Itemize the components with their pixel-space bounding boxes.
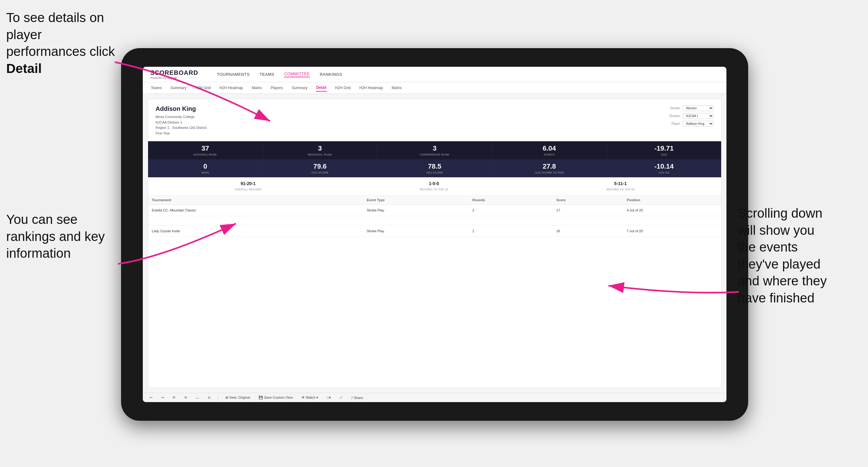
player-header: Addison King Mesa Community College NJCA… xyxy=(148,99,721,141)
stat-avg-score-par-value: 27.8 xyxy=(495,162,604,170)
cell-event-type-2: Stroke Play xyxy=(363,225,469,237)
stat-wins: 0 Wins xyxy=(148,159,262,177)
toolbar-save-custom[interactable]: 💾 Save Custom View xyxy=(257,395,294,400)
stat-wins-value: 0 xyxy=(151,162,260,170)
stat-points-label: Points xyxy=(495,153,604,156)
toolbar-share[interactable]: ⤴ Share xyxy=(349,395,365,400)
record-top50-label: Record vs top 50 xyxy=(606,188,634,191)
player-info-left: Addison King Mesa Community College NJCA… xyxy=(156,105,207,136)
record-top50-value: 5-11-1 xyxy=(606,181,634,186)
record-top50: 5-11-1 Record vs top 50 xyxy=(606,181,634,192)
annotation-detail-bold: Detail xyxy=(6,61,41,76)
cell-score-2: 16 xyxy=(553,225,623,237)
stat-conference-rank-value: 3 xyxy=(380,145,489,152)
cell-position-1: 4 out of 20 xyxy=(623,205,721,216)
table-header-row: Tournament Event Type Rounds Score Posit… xyxy=(148,196,721,205)
tab-detail[interactable]: Detail xyxy=(316,84,327,92)
toolbar-circle[interactable]: ⊙ xyxy=(206,395,212,400)
stat-regional-rank: 3 Regional Rank xyxy=(262,141,377,159)
player-year: First Year xyxy=(156,131,207,136)
tablet-screen: SCOREBOARD Powered by clippd TOURNAMENTS… xyxy=(143,67,726,402)
toolbar-view-original[interactable]: ⊞ View: Original xyxy=(223,395,252,400)
stat-sos: -19.71 SoS xyxy=(607,141,721,159)
table-row[interactable]: Lady Coyote Invite Stroke Play 2 16 7 ou… xyxy=(148,225,721,237)
stat-national-rank-value: 37 xyxy=(151,145,260,152)
cell-rounds-1: 2 xyxy=(469,205,553,216)
tournament-table: Tournament Event Type Rounds Score Posit… xyxy=(148,196,721,237)
toolbar-undo[interactable]: ↩ xyxy=(148,395,154,400)
stat-avg-sg-value: -10.14 xyxy=(610,162,719,170)
stat-adj-score-value: 78.5 xyxy=(380,162,489,170)
tab-summary[interactable]: Summary xyxy=(170,85,187,91)
stat-avg-score-label: Avg Score xyxy=(265,171,374,174)
top-nav: SCOREBOARD Powered by clippd TOURNAMENTS… xyxy=(143,67,726,82)
tab-matrix[interactable]: Matrix xyxy=(251,85,262,91)
stat-avg-score: 79.6 Avg Score xyxy=(262,159,377,177)
stat-avg-score-par: 27.8 Avg Score to Par xyxy=(492,159,607,177)
col-tournament: Tournament xyxy=(148,196,363,205)
nav-tournaments[interactable]: TOURNAMENTS xyxy=(217,72,250,77)
player-select-row: Player Addison King xyxy=(672,121,714,127)
record-top25-value: 1-5-0 xyxy=(420,181,448,186)
nav-rankings[interactable]: RANKINGS xyxy=(320,72,342,77)
tab-h2h-grid2[interactable]: H2H Grid xyxy=(334,85,351,91)
stat-sos-label: SoS xyxy=(610,153,719,156)
empty-row xyxy=(148,216,721,225)
stat-points: 6.04 Points xyxy=(492,141,607,159)
col-position: Position xyxy=(623,196,721,205)
gender-label: Gender xyxy=(670,106,680,110)
stats-row1: 37 National Rank 3 Regional Rank 3 Confe… xyxy=(148,141,721,159)
tab-summary2[interactable]: Summary xyxy=(291,85,308,91)
content-panel: Addison King Mesa Community College NJCA… xyxy=(148,99,721,388)
player-name: Addison King xyxy=(156,105,207,113)
stat-national-rank: 37 National Rank xyxy=(148,141,262,159)
nav-items: TOURNAMENTS TEAMS COMMITTEE RANKINGS xyxy=(217,71,342,77)
stat-conference-rank: 3 Conference Rank xyxy=(377,141,492,159)
stat-avg-sg: -10.14 Avg SG xyxy=(607,159,721,177)
toolbar-minus[interactable]: — xyxy=(194,395,201,400)
record-overall-label: Overall Record xyxy=(235,188,262,191)
tablet-frame: SCOREBOARD Powered by clippd TOURNAMENTS… xyxy=(121,48,748,421)
cell-position-2: 7 out of 20 xyxy=(623,225,721,237)
division-label: Division xyxy=(669,114,680,118)
gender-select[interactable]: Women Men xyxy=(683,105,714,111)
tab-h2h-heatmap2[interactable]: H2H Heatmap xyxy=(359,85,383,91)
player-info-right: Gender Women Men Division NJCAA I NJCAA … xyxy=(669,105,714,127)
stat-national-rank-label: National Rank xyxy=(151,153,260,156)
stats-row2: 0 Wins 79.6 Avg Score 78.5 Adj Score 27.… xyxy=(148,159,721,177)
logo-area: SCOREBOARD Powered by clippd xyxy=(150,69,198,80)
stat-adj-score-label: Adj Score xyxy=(380,171,489,174)
stat-regional-rank-value: 3 xyxy=(265,145,374,152)
record-overall: 91-20-1 Overall Record xyxy=(235,181,262,192)
toolbar-back[interactable]: ⟲ xyxy=(182,395,189,400)
toolbar-refresh[interactable]: ⟳ xyxy=(171,395,177,400)
tab-teams[interactable]: Teams xyxy=(150,85,162,91)
toolbar-watch[interactable]: 👁 Watch ▾ xyxy=(300,395,320,400)
tab-h2h-heatmap[interactable]: H2H Heatmap xyxy=(219,85,244,91)
division-row: Division NJCAA I NJCAA II xyxy=(669,113,714,119)
toolbar-screen[interactable]: □▾ xyxy=(325,395,333,400)
toolbar-sep: | xyxy=(217,395,219,400)
stat-wins-label: Wins xyxy=(151,171,260,174)
cell-tournament-2: Lady Coyote Invite xyxy=(148,225,363,237)
tab-players[interactable]: Players xyxy=(270,85,283,91)
toolbar-expand[interactable]: ⤢ xyxy=(338,395,344,400)
stat-points-value: 6.04 xyxy=(495,145,604,152)
toolbar-redo[interactable]: ↪ xyxy=(159,395,166,400)
division-select[interactable]: NJCAA I NJCAA II xyxy=(683,113,714,119)
player-select[interactable]: Addison King xyxy=(683,121,714,127)
tab-matrix2[interactable]: Matrix xyxy=(391,85,403,91)
gender-row: Gender Women Men xyxy=(670,105,714,111)
col-score: Score xyxy=(553,196,623,205)
annotation-topleft: To see details on player performances cl… xyxy=(6,9,118,77)
stat-conference-rank-label: Conference Rank xyxy=(380,153,489,156)
tab-h2h-grid[interactable]: H2H Grid xyxy=(195,85,211,91)
sub-nav: Teams Summary H2H Grid H2H Heatmap Matri… xyxy=(143,82,726,94)
nav-teams[interactable]: TEAMS xyxy=(259,72,274,77)
nav-committee[interactable]: COMMITTEE xyxy=(284,71,310,77)
col-rounds: Rounds xyxy=(469,196,553,205)
table-row[interactable]: Estella CC- Mountain Classic Stroke Play… xyxy=(148,205,721,216)
bottom-toolbar: ↩ ↪ ⟳ ⟲ — ⊙ | ⊞ View: Original 💾 Save Cu… xyxy=(143,393,726,402)
main-content: Addison King Mesa Community College NJCA… xyxy=(143,94,726,393)
record-top25: 1-5-0 Record vs top 25 xyxy=(420,181,448,192)
